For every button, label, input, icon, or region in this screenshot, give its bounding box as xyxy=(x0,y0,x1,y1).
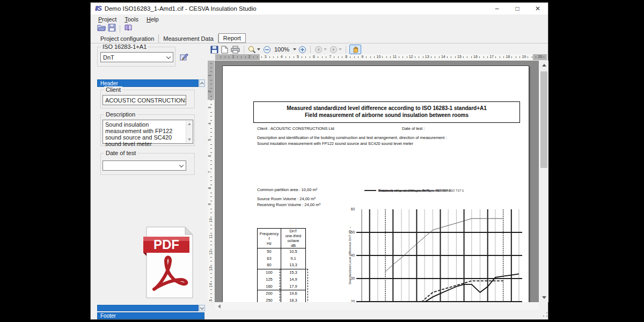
content-divider xyxy=(91,43,548,43)
toolbar-separator xyxy=(244,46,244,53)
scroll-down-icon xyxy=(188,138,191,141)
header-section-label: Header xyxy=(100,80,118,86)
save-report-icon[interactable] xyxy=(210,45,219,54)
print-icon[interactable] xyxy=(230,45,240,54)
document-source-volume: Source Room Volume : 24,00 m³ xyxy=(257,196,316,201)
save-project-icon[interactable] xyxy=(108,24,116,34)
zoom-out-icon[interactable] xyxy=(262,45,272,54)
zoom-level-caret-icon[interactable] xyxy=(293,48,296,50)
tab-report[interactable]: Report xyxy=(218,33,246,43)
table-row: 8013,3 xyxy=(258,262,306,269)
standard-selected-value: DnT xyxy=(103,54,114,61)
standard-select[interactable]: DnT xyxy=(100,52,173,62)
menu-item-project[interactable]: Project xyxy=(98,16,116,23)
legend-entry: Displaced reference curve according to t… xyxy=(364,188,464,193)
zoom-tool-icon[interactable] xyxy=(247,45,261,54)
previous-page-caret-icon xyxy=(324,48,327,50)
pdf-export-icon[interactable]: PDF xyxy=(138,224,197,302)
date-of-test-label: Date of test xyxy=(104,150,137,156)
app-window: IIS Demo ISO16283_1-Amd1.cif - CESVA Ins… xyxy=(90,2,548,320)
close-button[interactable]: ✕ xyxy=(528,3,548,14)
main-toolbar xyxy=(91,24,548,34)
scroll-down-icon xyxy=(542,296,546,299)
chart-series xyxy=(385,218,503,272)
document-title-line2: Field measurement of airborne sound insu… xyxy=(305,112,469,118)
maximize-button[interactable]: □ xyxy=(507,3,528,14)
toolbar-separator xyxy=(346,46,346,53)
window-title: Demo ISO16283_1-Amd1.cif - CESVA Insulat… xyxy=(105,5,257,12)
collapsed-section-bar[interactable] xyxy=(97,305,199,311)
vertical-scroll-thumb[interactable] xyxy=(540,71,547,168)
date-of-test-select[interactable] xyxy=(103,160,186,171)
scroll-up-icon xyxy=(188,123,191,125)
vertical-ruler: 123456789101112131415 xyxy=(208,61,214,302)
zoom-in-icon[interactable] xyxy=(298,45,307,54)
title-bar: IIS Demo ISO16283_1-Amd1.cif - CESVA Ins… xyxy=(91,3,548,14)
menu-item-tools[interactable]: Tools xyxy=(125,16,138,23)
table-column-header: DnTone-thirdoctavedB xyxy=(281,229,306,248)
zoom-level-value: 100% xyxy=(273,46,290,53)
description-textarea[interactable]: Sound insulation measurement with FP122 … xyxy=(103,120,193,144)
horizontal-ruler: 123456789101112131415161718192021 xyxy=(215,54,547,60)
footer-section-bar[interactable]: Footer xyxy=(97,312,204,319)
document-receiving-volume: Receiving Room Volume : 24,00 m³ xyxy=(257,202,320,207)
scroll-down-button[interactable] xyxy=(539,293,548,302)
textarea-scrollbar[interactable] xyxy=(186,121,192,143)
report-page: 6050403020 Measured standardized level d… xyxy=(222,65,529,302)
scroll-left-icon xyxy=(218,304,221,309)
collapsed-section-button[interactable] xyxy=(199,305,205,311)
desktop-background: IIS Demo ISO16283_1-Amd1.cif - CESVA Ins… xyxy=(0,0,644,322)
next-page-caret-icon xyxy=(339,48,342,50)
report-toolbar: 100% xyxy=(210,45,548,54)
previous-page-icon[interactable] xyxy=(314,45,327,54)
scroll-up-icon xyxy=(542,64,546,67)
tab-strip: Project configurationMeasurement DataRep… xyxy=(91,33,548,43)
toolbar-separator xyxy=(120,25,120,33)
client-input[interactable]: ACOUSTIC CONSTRUCTIONS Ltd xyxy=(103,95,186,105)
menu-item-help[interactable]: Help xyxy=(147,16,159,23)
tab-project-configuration[interactable]: Project configuration xyxy=(96,34,159,43)
table-row: 5010,5 xyxy=(258,248,306,255)
toolbar-separator xyxy=(310,46,311,53)
table-selection-dashed-box xyxy=(280,269,308,302)
edit-report-icon[interactable] xyxy=(180,53,189,63)
app-logo-icon: IIS xyxy=(95,5,101,12)
document-title-line1: Measured standardized level difference a… xyxy=(287,105,487,111)
document-date-line: Date of test : xyxy=(402,126,425,131)
table-row: 639,1 xyxy=(258,255,306,262)
chart-y-axis-label: Standardized Level difference DnT dB → xyxy=(348,209,352,301)
menu-bar: ProjectToolsHelp xyxy=(91,14,548,24)
header-collapse-button[interactable] xyxy=(199,79,205,87)
next-page-icon[interactable] xyxy=(329,45,342,54)
tab-measurement-data[interactable]: Measurement Data xyxy=(159,34,218,43)
scroll-up-button[interactable] xyxy=(539,61,548,70)
report-preview-area[interactable]: 6050403020 Measured standardized level d… xyxy=(215,61,539,302)
window-controls: – □ ✕ xyxy=(487,3,548,14)
document-client-line: Client : ACOUSTIC CONSTRUCTIONS Ltd xyxy=(257,126,334,131)
document-description-value: Sound insulation measurement with FP122 … xyxy=(257,141,413,146)
description-label: Description xyxy=(104,111,137,118)
client-label: Client xyxy=(104,86,122,93)
expand-arrow-icon xyxy=(200,305,204,309)
footer-section-label: Footer xyxy=(100,313,116,319)
chevron-down-icon xyxy=(179,163,184,167)
open-project-icon[interactable] xyxy=(97,24,106,34)
minimize-button[interactable]: – xyxy=(487,3,507,14)
vertical-scrollbar[interactable] xyxy=(539,61,548,302)
collapse-arrow-icon xyxy=(200,82,204,85)
new-page-icon[interactable] xyxy=(221,45,229,54)
description-text: Sound insulation measurement with FP122 … xyxy=(105,121,172,147)
document-title-box: Measured standardized level difference a… xyxy=(253,101,520,123)
help-manual-icon[interactable] xyxy=(124,24,133,34)
table-column-header: FrequencyfHz xyxy=(258,229,281,248)
hand-tool-icon[interactable] xyxy=(349,45,361,54)
svg-text:PDF: PDF xyxy=(153,237,179,252)
chevron-down-icon xyxy=(166,54,171,58)
header-section-bar[interactable]: Header xyxy=(97,79,199,87)
document-partition-area: Common partition area : 10,00 m² xyxy=(257,187,317,192)
horizontal-scrollbar[interactable] xyxy=(215,303,539,310)
resize-grip[interactable] xyxy=(541,311,548,318)
zoom-tool-caret-icon xyxy=(257,48,260,50)
standard-group-label: ISO 16283-1+A1 xyxy=(101,43,148,50)
document-description-label: Description and identification of the bu… xyxy=(257,135,447,140)
